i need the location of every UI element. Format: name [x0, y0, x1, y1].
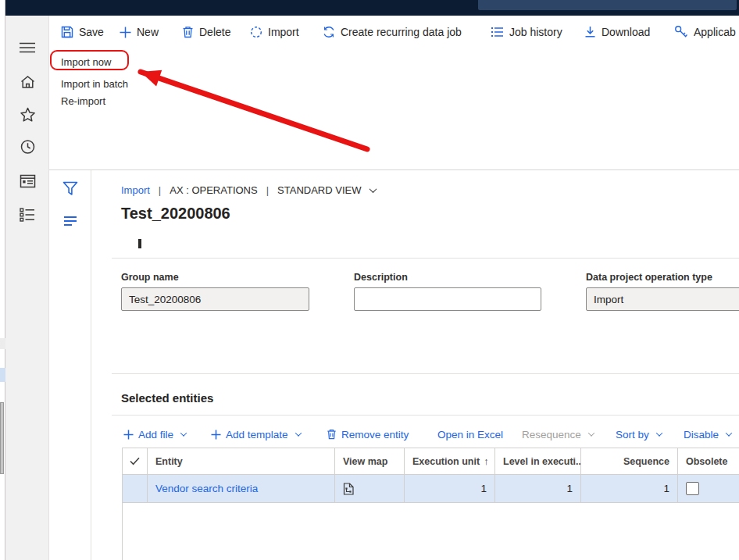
group-name-label: Group name [121, 272, 309, 283]
import-dropdown-menu: Import now Import in batch Re-import [49, 48, 739, 169]
plus-icon [120, 27, 131, 38]
toolbar-label: Remove entity [341, 429, 409, 441]
trash-icon [182, 26, 194, 38]
job-history-button[interactable]: Job history [491, 16, 562, 48]
window-fragment [0, 338, 5, 349]
breadcrumb-separator: | [159, 184, 161, 196]
entities-table: Entity View map Execution unit ↑ Level i… [122, 448, 739, 560]
save-button[interactable]: Save [61, 16, 104, 48]
command-bar: Save New Delete Import Create recurring … [49, 16, 739, 48]
filter-panel [49, 170, 91, 560]
modules-checklist-icon[interactable] [5, 208, 49, 222]
entities-toolbar: Add file Add template Remove entity Open… [91, 424, 739, 444]
toolbar-label: Add file [138, 429, 173, 441]
page-title: Test_20200806 [121, 205, 230, 223]
nav-sidebar [5, 16, 49, 560]
column-header-obsolete[interactable]: Obsolete [678, 448, 739, 474]
remove-entity-button[interactable]: Remove entity [327, 424, 409, 444]
selected-entities-heading: Selected entities [121, 391, 213, 405]
clipped-text-fragment [138, 239, 141, 248]
sequence-cell: 1 [581, 475, 678, 502]
breadcrumb-import-link[interactable]: Import [121, 184, 150, 196]
toolbar-label: Disable [684, 429, 719, 441]
view-selector[interactable]: STANDARD VIEW [277, 184, 376, 196]
chevron-down-icon [588, 430, 594, 436]
obsolete-checkbox[interactable] [686, 482, 699, 495]
breadcrumb-separator: | [266, 184, 269, 196]
view-map-cell [335, 475, 405, 502]
add-file-button[interactable]: Add file [123, 424, 186, 444]
workspace-form-icon[interactable] [5, 174, 49, 188]
create-recurring-data-job-button[interactable]: Create recurring data job [323, 16, 462, 48]
top-navigation-bar [5, 0, 739, 16]
command-label: Save [79, 26, 104, 38]
select-all-header[interactable] [123, 448, 148, 474]
row-select-cell[interactable] [123, 475, 148, 502]
recent-clock-icon[interactable] [5, 139, 49, 155]
column-header-entity[interactable]: Entity [148, 448, 335, 474]
open-in-excel-button[interactable]: Open in Excel [437, 424, 503, 444]
scrollbar-fragment[interactable] [0, 402, 4, 474]
description-input[interactable] [354, 287, 541, 311]
operation-type-input[interactable] [586, 287, 739, 311]
breadcrumb: Import | AX : OPERATIONS | STANDARD VIEW [121, 184, 376, 196]
sort-ascending-icon: ↑ [484, 456, 488, 467]
section-divider [112, 415, 739, 416]
command-label: Applicab [694, 26, 736, 38]
panel-lines-icon[interactable] [49, 216, 91, 226]
recurring-sync-icon [323, 26, 335, 38]
global-search-input[interactable] [478, 0, 737, 10]
menu-item-import-in-batch[interactable]: Import in batch [61, 78, 128, 90]
import-dashed-circle-icon [250, 26, 262, 38]
check-icon [130, 457, 140, 465]
main-content: Import | AX : OPERATIONS | STANDARD VIEW… [91, 170, 739, 560]
obsolete-cell [678, 475, 739, 502]
chevron-down-icon [180, 430, 187, 436]
hamburger-menu-icon[interactable] [5, 41, 49, 54]
toolbar-label: Add template [226, 429, 288, 441]
operation-type-field: Data project operation type [586, 272, 739, 311]
import-button[interactable]: Import [250, 16, 299, 48]
toolbar-label: Sort by [616, 429, 649, 441]
download-button[interactable]: Download [584, 16, 650, 48]
description-label: Description [354, 272, 541, 283]
filter-funnel-icon[interactable] [49, 181, 91, 196]
chevron-down-icon [656, 430, 662, 436]
map-document-icon [343, 483, 354, 495]
column-header-level[interactable]: Level in executi... [495, 448, 581, 474]
app-window: Save New Delete Import Create recurring … [0, 0, 739, 560]
sort-by-button[interactable]: Sort by [616, 424, 662, 444]
plus-icon [123, 430, 134, 440]
delete-button[interactable]: Delete [182, 16, 230, 48]
entity-link[interactable]: Vendor search criteria [155, 483, 258, 494]
view-selector-label: STANDARD VIEW [277, 184, 361, 196]
column-header-sequence[interactable]: Sequence [581, 448, 678, 474]
execution-unit-cell: 1 [405, 475, 495, 502]
operation-type-label: Data project operation type [586, 272, 739, 283]
new-button[interactable]: New [120, 16, 159, 48]
group-name-field: Group name [121, 272, 309, 311]
command-label: Delete [199, 26, 230, 38]
window-fragment-selected [0, 368, 5, 382]
command-label: Job history [509, 26, 562, 38]
group-name-input[interactable] [121, 287, 309, 311]
menu-item-re-import[interactable]: Re-import [61, 95, 105, 107]
section-divider [112, 373, 739, 374]
home-icon[interactable] [5, 74, 49, 90]
description-field: Description [354, 272, 541, 311]
key-icon [674, 25, 688, 39]
add-template-button[interactable]: Add template [211, 424, 301, 444]
section-divider [112, 258, 739, 259]
column-header-execution-unit[interactable]: Execution unit ↑ [405, 448, 495, 474]
entity-cell: Vendor search criteria [148, 475, 335, 502]
toolbar-label: Open in Excel [437, 429, 503, 441]
disable-button[interactable]: Disable [684, 424, 731, 444]
favorites-star-icon[interactable] [5, 107, 49, 123]
plus-icon [211, 430, 221, 440]
chevron-down-icon [370, 185, 377, 193]
resequence-button[interactable]: Resequence [522, 424, 594, 444]
column-header-view-map[interactable]: View map [335, 448, 405, 474]
chevron-down-icon [726, 430, 732, 436]
applicable-fields-button[interactable]: Applicab [674, 16, 736, 48]
table-row[interactable]: Vendor search criteria 1 1 1 [123, 475, 739, 503]
